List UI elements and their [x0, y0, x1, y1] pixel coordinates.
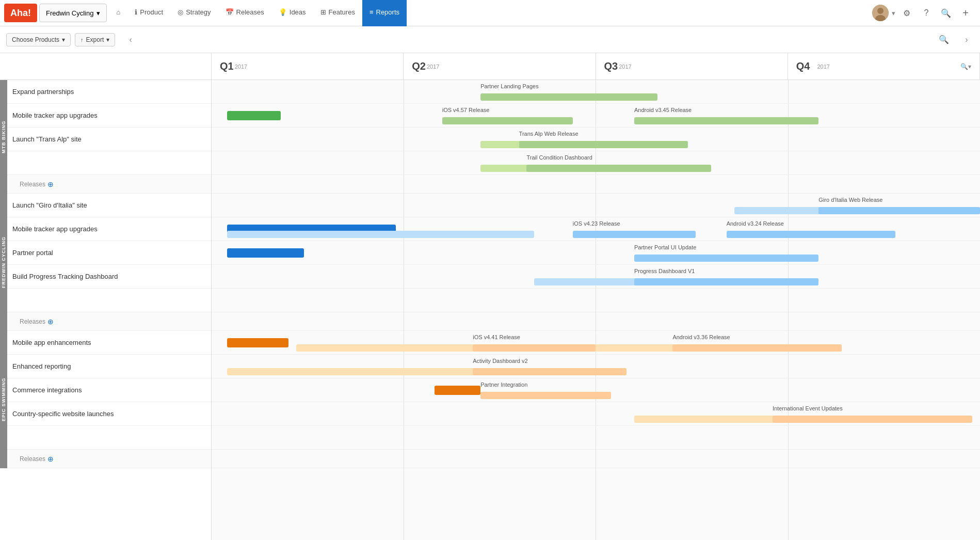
- next-button[interactable]: ›: [959, 33, 974, 47]
- epic-rows: Mobile app enhancements Enhanced reporti…: [7, 331, 211, 468]
- bar-label: Trail Condition Dashboard: [526, 154, 592, 161]
- sidebar-row: Mobile tracker app upgrades: [7, 104, 211, 128]
- toolbar: Choose Products ▾ ↑ Export ▾ ‹ 🔍 ›: [0, 26, 980, 53]
- gantt-bar-dark-orange[interactable]: [227, 338, 288, 347]
- caret-icon: ▾: [62, 36, 65, 43]
- nav-reports[interactable]: ≡ Reports: [362, 0, 407, 26]
- chevron-down-icon: ▾: [97, 9, 100, 17]
- gantt-bar[interactable]: [473, 368, 626, 375]
- sidebar-row: Partner portal: [7, 241, 211, 265]
- chart-row: Activity Dashboard v2: [212, 355, 980, 378]
- nav-product[interactable]: ℹ Product: [127, 0, 170, 26]
- gantt-bar[interactable]: [473, 344, 596, 352]
- sidebar-row: Launch "Trans Alp" site: [7, 128, 211, 151]
- nav-ideas[interactable]: 💡 Ideas: [271, 0, 313, 26]
- chart-row: iOS v4.23 Release Android v3.24 Release: [212, 217, 980, 241]
- row-label: Mobile tracker app upgrades: [7, 225, 206, 233]
- nav-releases[interactable]: 📅 Releases: [218, 0, 271, 26]
- workspace-selector[interactable]: Fredwin Cycling ▾: [39, 4, 107, 22]
- fredwin-group: FREDWIN CYCLING Launch "Giro d'Italia" s…: [0, 194, 211, 331]
- nav-ideas-label: Ideas: [290, 8, 306, 16]
- row-label: Launch "Trans Alp" site: [7, 135, 206, 143]
- choose-products-button[interactable]: Choose Products ▾: [6, 33, 71, 46]
- target-icon: ◎: [178, 8, 183, 16]
- nav-home[interactable]: ⌂: [109, 0, 127, 26]
- sidebar-row: Expand partnerships: [7, 80, 211, 104]
- bar-label: Android v3.45 Release: [634, 107, 692, 113]
- mtb-rows: Expand partnerships Mobile tracker app u…: [7, 80, 211, 194]
- epic-group: EPIC SWIMMING Mobile app enhancements En…: [0, 331, 211, 468]
- home-icon: ⌂: [116, 8, 120, 16]
- chart-row: Trans Alp Web Release: [212, 128, 980, 151]
- nav-items: ⌂ ℹ Product ◎ Strategy 📅 Releases 💡 Idea…: [109, 0, 872, 26]
- releases-chart-row: [212, 312, 980, 331]
- zoom-button[interactable]: 🔍: [937, 33, 951, 47]
- chevron-down-icon: ▾: [892, 9, 895, 17]
- nav-right: ▾ ⚙ ? 🔍 +: [872, 5, 980, 21]
- chart-icon: ≡: [369, 8, 374, 16]
- user-avatar[interactable]: [872, 5, 889, 21]
- gantt-bar[interactable]: [480, 392, 611, 399]
- add-release-button[interactable]: ⊕: [47, 317, 54, 326]
- gantt-bar[interactable]: [634, 117, 818, 124]
- sidebar-row: [7, 151, 211, 175]
- search-button[interactable]: 🔍: [938, 5, 954, 21]
- help-button[interactable]: ?: [918, 5, 935, 21]
- prev-button[interactable]: ‹: [123, 33, 138, 47]
- row-label: Mobile tracker app upgrades: [7, 112, 206, 119]
- bar-label: iOS v4.41 Release: [473, 334, 520, 340]
- gantt-bar-light[interactable]: [227, 231, 535, 238]
- sidebar-row: Commerce integrations: [7, 378, 211, 402]
- export-button[interactable]: ↑ Export ▾: [75, 33, 115, 46]
- gantt-chart-area: Partner Landing Pages iOS v4.57 Release …: [212, 80, 980, 540]
- gantt-bar-dark[interactable]: [227, 248, 304, 258]
- nav-strategy-label: Strategy: [186, 8, 211, 16]
- bar-label: International Event Updates: [773, 405, 843, 411]
- gantt-bar[interactable]: [727, 231, 896, 238]
- gantt-bar[interactable]: [818, 207, 980, 214]
- add-release-button[interactable]: ⊕: [47, 455, 54, 463]
- bar-label: Partner Integration: [480, 382, 527, 388]
- svg-point-1: [877, 8, 883, 14]
- sidebar-row: Enhanced reporting: [7, 355, 211, 378]
- add-release-button[interactable]: ⊕: [47, 180, 54, 188]
- row-label: Mobile app enhancements: [7, 339, 206, 346]
- gantt-bar[interactable]: [480, 93, 657, 101]
- gantt-bar[interactable]: [634, 255, 818, 262]
- gantt-bar[interactable]: [573, 231, 696, 238]
- settings-button[interactable]: ⚙: [898, 5, 915, 21]
- q3-header: Q32017: [596, 53, 788, 80]
- gantt-bar-dark[interactable]: [227, 111, 281, 120]
- releases-chart-row: [212, 450, 980, 468]
- app-logo[interactable]: Aha!: [4, 4, 37, 22]
- workspace-name: Fredwin Cycling: [46, 9, 93, 17]
- nav-reports-label: Reports: [376, 8, 400, 16]
- releases-row: Releases ⊕: [7, 450, 211, 468]
- sidebar-row: Country-specific website launches: [7, 402, 211, 426]
- sidebar-header: [0, 53, 212, 80]
- gantt-bar[interactable]: [672, 344, 842, 352]
- fredwin-rows: Launch "Giro d'Italia" site Mobile track…: [7, 194, 211, 331]
- top-navigation: Aha! Fredwin Cycling ▾ ⌂ ℹ Product ◎ Str…: [0, 0, 980, 26]
- gantt-sidebar: MTB BIKING Expand partnerships Mobile tr…: [0, 80, 212, 540]
- chart-row: Partner Landing Pages: [212, 80, 980, 104]
- gantt-bar[interactable]: [773, 416, 972, 423]
- row-label: Build Progress Tracking Dashboard: [7, 273, 206, 280]
- gantt-bar[interactable]: [519, 141, 688, 148]
- add-button[interactable]: +: [957, 5, 974, 21]
- row-label: Launch "Giro d'Italia" site: [7, 201, 206, 209]
- gantt-bar[interactable]: [526, 165, 711, 172]
- gantt-bar-dark-orange[interactable]: [435, 386, 480, 395]
- fredwin-group-label: FREDWIN CYCLING: [0, 194, 7, 331]
- nav-strategy[interactable]: ◎ Strategy: [170, 0, 218, 26]
- nav-features[interactable]: ⊞ Features: [313, 0, 362, 26]
- row-label: Commerce integrations: [7, 386, 206, 394]
- q2-header: Q22017: [404, 53, 596, 80]
- chart-row: Partner Portal UI Update: [212, 241, 980, 265]
- chart-row: Partner Integration: [212, 378, 980, 402]
- chart-row: iOS v4.41 Release Android v3.36 Release: [212, 331, 980, 355]
- bar-label: Giro d'Italia Web Release: [818, 197, 882, 203]
- choose-products-label: Choose Products: [12, 36, 59, 43]
- gantt-bar[interactable]: [442, 117, 573, 124]
- gantt-bar[interactable]: [634, 278, 818, 285]
